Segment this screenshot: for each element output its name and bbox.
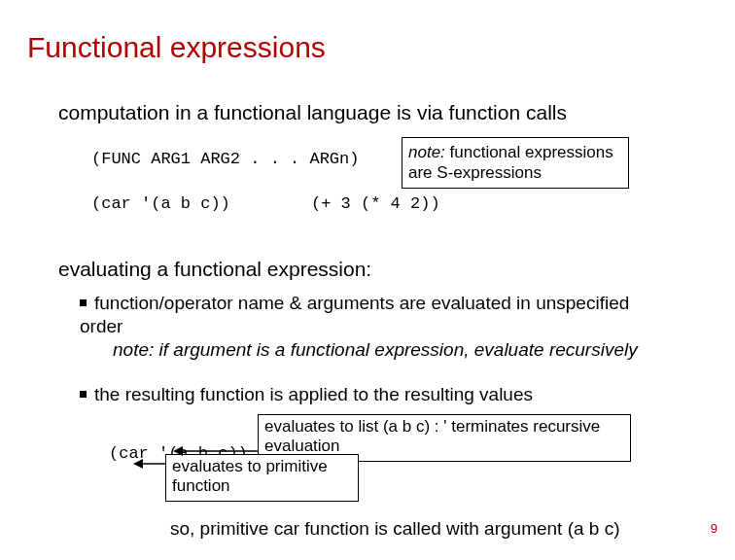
arrow-icon xyxy=(173,444,261,458)
bullet1-note: note: if argument is a functional expres… xyxy=(113,339,638,360)
slide-content: Functional expressions computation in a … xyxy=(0,0,735,560)
code-syntax: (FUNC ARG1 ARG2 . . . ARGn) xyxy=(91,150,359,168)
eval-heading: evaluating a functional expression: xyxy=(58,258,371,281)
svg-marker-3 xyxy=(173,446,183,456)
bullet2-text: the resulting function is applied to the… xyxy=(94,384,533,404)
conclusion-text: so, primitive car function is called wit… xyxy=(170,518,620,540)
bullet1-text: function/operator name & arguments are e… xyxy=(80,293,629,336)
bullet-1: function/operator name & arguments are e… xyxy=(80,292,653,361)
page-number: 9 xyxy=(711,521,718,536)
bullet-square-icon xyxy=(80,391,87,398)
svg-marker-1 xyxy=(133,459,143,469)
bullet-2: the resulting function is applied to the… xyxy=(80,384,653,405)
bullet-square-icon xyxy=(80,299,87,306)
annotation-primitive-eval: evaluates to primitive function xyxy=(165,454,359,502)
note-label: note: xyxy=(408,143,445,161)
code-example-car: (car '(a b c)) xyxy=(91,194,230,213)
intro-text: computation in a functional language is … xyxy=(58,101,567,124)
code-example-plus: (+ 3 (* 4 2)) xyxy=(311,194,440,213)
arrow-icon xyxy=(133,457,168,471)
slide-title: Functional expressions xyxy=(27,31,326,64)
note-box: note: functional expressions are S-expre… xyxy=(402,137,629,189)
